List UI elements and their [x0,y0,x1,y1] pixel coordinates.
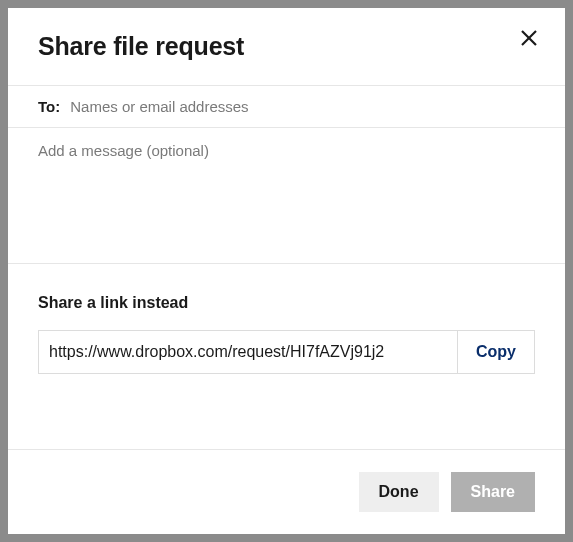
share-button[interactable]: Share [451,472,535,512]
copy-link-button[interactable]: Copy [457,331,534,373]
share-link-heading: Share a link instead [38,294,535,312]
dialog-header: Share file request [8,8,565,85]
share-link-section: Share a link instead Copy [8,264,565,404]
message-area [8,128,565,263]
dialog-footer: Done Share [8,449,565,534]
share-link-row: Copy [38,330,535,374]
message-input[interactable] [38,142,535,249]
dialog-title: Share file request [38,32,244,61]
share-file-request-dialog: Share file request To: Share a link inst… [8,8,565,534]
close-icon [519,28,539,48]
to-row: To: [8,86,565,127]
close-button[interactable] [519,28,539,48]
share-link-input[interactable] [39,331,457,373]
done-button[interactable]: Done [359,472,439,512]
to-label: To: [38,98,60,115]
to-input[interactable] [70,98,535,115]
